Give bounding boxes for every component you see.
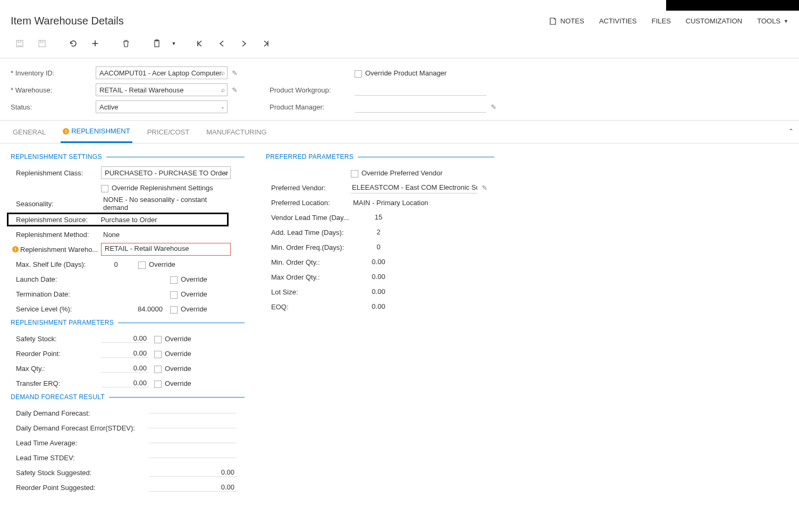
inventory-id-label: Inventory ID: — [11, 69, 96, 77]
first-button[interactable] — [190, 36, 208, 52]
override-launch-label: Override — [181, 275, 207, 283]
alt-label: Add. Lead Time (Days): — [266, 229, 351, 237]
chevron-down-icon[interactable]: ⌄ — [221, 104, 225, 109]
override-service-checkbox[interactable] — [170, 306, 178, 314]
term-date-label: Termination Date: — [11, 290, 101, 298]
svg-rect-2 — [155, 40, 159, 47]
override-shelf-label: Override — [149, 260, 175, 268]
next-icon — [240, 39, 248, 48]
customization-menu[interactable]: CUSTOMIZATION — [686, 17, 742, 25]
safety-stock-label: Safety Stock: — [11, 335, 101, 343]
inventory-id-field[interactable]: AACOMPUT01 - Acer Laptop Computer ⌕ — [96, 66, 228, 79]
repl-method-value: None — [101, 231, 229, 239]
lts-value — [149, 458, 237, 458]
eoq-label: EOQ: — [266, 303, 351, 311]
override-reorder-checkbox[interactable] — [154, 351, 162, 358]
content-area: REPLENISHMENT SETTINGS Replenishment Cla… — [0, 143, 799, 505]
notes-menu[interactable]: NOTES — [549, 17, 584, 26]
maxoq-label: Max Order Qty.: — [266, 273, 351, 281]
undo-button[interactable] — [64, 36, 82, 52]
clipboard-button[interactable] — [148, 36, 166, 52]
status-label: Status: — [11, 103, 96, 111]
service-level-value: 84.0000 — [101, 305, 165, 313]
max-shelf-label: Max. Shelf Life (Days): — [11, 260, 101, 268]
override-service-label: Override — [181, 305, 207, 313]
section-repl-params: REPLENISHMENT PARAMETERS — [11, 319, 245, 326]
lot-label: Lot Size: — [266, 288, 351, 296]
clipboard-dd[interactable]: ▼ — [170, 36, 178, 52]
override-transfer-checkbox[interactable] — [154, 381, 162, 388]
reorder-point-value: 0.00 — [101, 349, 149, 358]
override-transfer-label: Override — [165, 379, 191, 387]
search-icon[interactable]: ⌕ — [221, 86, 225, 94]
override-repl-settings-checkbox[interactable] — [101, 185, 108, 192]
tools-menu[interactable]: TOOLS ▼ — [757, 17, 788, 25]
note-icon — [549, 17, 557, 26]
repl-class-field[interactable]: PURCHASETO - PURCHASE TO Order ⌕ — [101, 166, 231, 179]
ss-sugg-label: Safety Stock Suggested: — [11, 469, 149, 477]
add-button[interactable]: + — [86, 36, 104, 52]
next-button[interactable] — [235, 36, 253, 52]
search-icon[interactable]: ⌕ — [221, 69, 225, 77]
lta-value — [149, 443, 237, 443]
override-launch-checkbox[interactable] — [170, 276, 178, 284]
save-close-icon — [15, 39, 24, 48]
delete-button[interactable] — [117, 36, 135, 52]
prev-icon — [217, 39, 226, 48]
last-button[interactable] — [257, 36, 275, 52]
repl-source-label: Replenishment Source: — [11, 216, 98, 224]
product-manager-field[interactable] — [355, 101, 486, 113]
inventory-id-value: AACOMPUT01 - Acer Laptop Computer — [99, 69, 222, 77]
status-value: Active — [99, 103, 118, 111]
product-workgroup-field[interactable] — [355, 84, 486, 96]
override-safety-checkbox[interactable] — [154, 336, 162, 343]
collapse-caret[interactable]: ⌃ — [788, 128, 794, 135]
activities-menu[interactable]: ACTIVITIES — [599, 17, 637, 25]
tab-pricecost[interactable]: PRICE/COST — [145, 127, 191, 143]
pencil-icon[interactable]: ✎ — [491, 103, 497, 111]
override-safety-label: Override — [165, 335, 191, 343]
top-black-strip — [666, 0, 799, 11]
pencil-icon[interactable]: ✎ — [232, 86, 238, 94]
override-pm-label: Override Product Manager — [365, 69, 447, 77]
alt-value: 2 — [351, 228, 404, 237]
pencil-icon[interactable]: ✎ — [482, 184, 487, 192]
override-reorder-label: Override — [165, 350, 191, 358]
vlt-label: Vendor Lead Time (Day... — [266, 214, 351, 222]
tab-manufacturing[interactable]: MANUFACTURING — [204, 127, 268, 143]
section-pref-params: PREFERRED PARAMETERS — [266, 153, 494, 161]
pref-vendor-value: ELEEASTCOM - East COM Electronic Supply — [351, 182, 477, 193]
warning-icon: ! — [63, 128, 69, 134]
repl-wh-label: Replenishment Wareho... — [20, 246, 101, 254]
tabs: GENERAL ! REPLENISHMENT PRICE/COST MANUF… — [0, 121, 799, 143]
repl-wh-value: RETAIL - Retail Warehouse — [105, 244, 189, 252]
pencil-icon[interactable]: ✎ — [232, 69, 238, 77]
override-term-checkbox[interactable] — [170, 291, 178, 299]
form-header: ⌃ Inventory ID: AACOMPUT01 - Acer Laptop… — [0, 58, 799, 121]
warehouse-field[interactable]: RETAIL - Retail Warehouse ⌕ — [96, 83, 228, 96]
repl-method-label: Replenishment Method: — [11, 231, 101, 239]
section-repl-params-label: REPLENISHMENT PARAMETERS — [11, 319, 114, 326]
prev-button[interactable] — [213, 36, 231, 52]
search-icon[interactable]: ⌕ — [224, 169, 228, 176]
override-pm-checkbox[interactable] — [355, 70, 362, 78]
tab-replenishment[interactable]: ! REPLENISHMENT — [61, 127, 132, 143]
override-pref-vendor-checkbox[interactable] — [351, 170, 358, 178]
toolbar: + ▼ — [0, 31, 799, 58]
section-repl-settings-label: REPLENISHMENT SETTINGS — [11, 153, 102, 161]
override-pref-vendor-label: Override Preferred Vendor — [361, 169, 442, 177]
override-shelf-checkbox[interactable] — [138, 261, 146, 269]
section-demand-forecast: DEMAND FORECAST RESULT — [11, 393, 245, 401]
ddfe-value — [149, 428, 237, 428]
override-repl-settings-label: Override Replenishment Settings — [112, 184, 213, 192]
transfer-erq-label: Transfer ERQ: — [11, 379, 101, 387]
eoq-value: 0.00 — [351, 302, 404, 311]
override-maxqty-checkbox[interactable] — [154, 366, 162, 373]
ddf-value — [149, 413, 237, 413]
tab-general[interactable]: GENERAL — [11, 127, 48, 143]
product-workgroup-label: Product Workgroup: — [270, 86, 355, 94]
files-menu[interactable]: FILES — [652, 17, 671, 25]
status-field[interactable]: Active ⌄ — [96, 100, 228, 113]
section-demand-forecast-label: DEMAND FORECAST RESULT — [11, 393, 105, 401]
repl-wh-field[interactable]: RETAIL - Retail Warehouse — [101, 243, 231, 256]
